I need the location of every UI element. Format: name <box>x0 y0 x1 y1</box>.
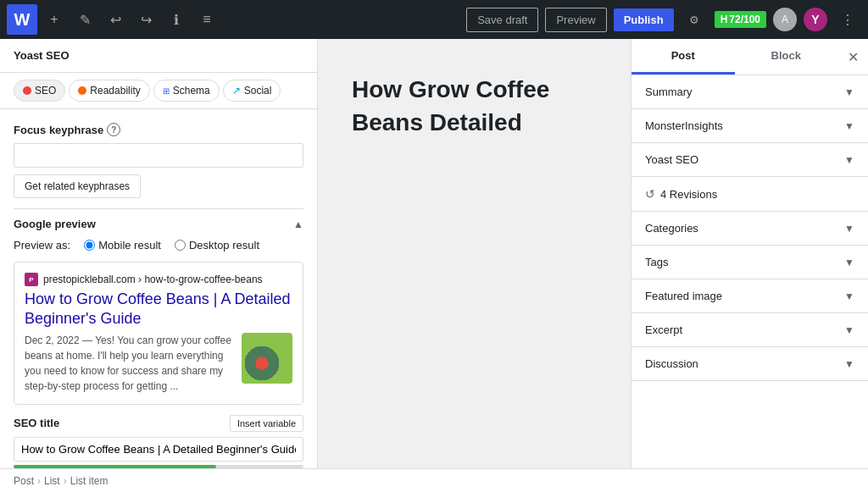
main-layout: Yoast SEO SEO Readability ⊞ Schema ↗ Soc… <box>0 39 868 492</box>
summary-label: Summary <box>645 86 693 98</box>
breadcrumb-sep-1: › <box>37 475 41 487</box>
yoast-seo-chevron-icon: ▼ <box>844 154 854 166</box>
toolbar: W + ✎ ↩ ↪ ℹ ≡ Save draft Preview Publish… <box>0 0 868 39</box>
tab-readability[interactable]: Readability <box>69 80 149 102</box>
google-preview-toggle[interactable]: Google preview ▲ <box>14 208 303 239</box>
sidebar-tabs: Post Block <box>632 39 837 75</box>
list-view-button[interactable]: ≡ <box>193 6 220 33</box>
save-draft-button[interactable]: Save draft <box>466 8 538 32</box>
settings-gear-button[interactable]: ⚙ <box>681 6 708 33</box>
featured-image-toggle[interactable]: Featured image ▼ <box>632 279 868 312</box>
categories-section: Categories ▼ <box>632 212 868 246</box>
mobile-radio[interactable] <box>84 240 95 251</box>
monster-insights-section: MonsterInsights ▼ <box>632 109 868 143</box>
tab-social[interactable]: ↗ Social <box>223 80 281 102</box>
add-block-button[interactable]: + <box>41 6 68 33</box>
seo-title-label: SEO title <box>14 417 59 429</box>
desktop-label: Desktop result <box>189 239 259 252</box>
yoast-tabs: SEO Readability ⊞ Schema ↗ Social <box>0 73 317 109</box>
gp-site-row: P prestopickleball.com › how-to-grow-cof… <box>25 273 292 286</box>
wp-logo[interactable]: W <box>7 4 37 35</box>
tab-schema-label: Schema <box>173 85 210 97</box>
tab-seo[interactable]: SEO <box>14 80 65 102</box>
seo-title-insert-variable-button[interactable]: Insert variable <box>230 415 303 432</box>
yoast-panel: Yoast SEO SEO Readability ⊞ Schema ↗ Soc… <box>0 39 318 492</box>
breadcrumb-sep-2: › <box>64 475 67 487</box>
categories-toggle[interactable]: Categories ▼ <box>632 212 868 245</box>
breadcrumb-post[interactable]: Post <box>14 475 34 487</box>
excerpt-toggle[interactable]: Excerpt ▼ <box>632 313 868 346</box>
keyphrase-input[interactable] <box>14 143 303 168</box>
yoast-icon[interactable]: Y <box>804 8 827 31</box>
preview-as-label: Preview as: <box>14 239 70 252</box>
chevron-up-icon: ▲ <box>293 218 303 230</box>
tags-chevron-icon: ▼ <box>844 257 854 268</box>
details-button[interactable]: ℹ <box>163 6 190 33</box>
discussion-toggle[interactable]: Discussion ▼ <box>632 347 868 380</box>
preview-as-row: Preview as: Mobile result Desktop result <box>14 239 303 252</box>
tags-label: Tags <box>645 256 668 268</box>
monster-insights-toggle[interactable]: MonsterInsights ▼ <box>632 109 868 142</box>
gp-snippet-text: Dec 2, 2022 — Yes! You can grow your cof… <box>25 333 235 394</box>
discussion-label: Discussion <box>645 357 698 370</box>
summary-toggle[interactable]: Summary ▼ <box>632 75 868 108</box>
yoast-content: Focus keyphrase ? Get related keyphrases… <box>0 109 317 492</box>
seo-title-input[interactable] <box>14 437 303 462</box>
tools-button[interactable]: ✎ <box>71 6 98 33</box>
mobile-label: Mobile result <box>98 239 161 252</box>
google-preview-card: P prestopickleball.com › how-to-grow-cof… <box>14 262 303 405</box>
gp-date: Dec 2, 2022 <box>25 334 80 346</box>
featured-image-chevron-icon: ▼ <box>844 290 854 302</box>
redo-button[interactable]: ↪ <box>132 6 159 33</box>
excerpt-section: Excerpt ▼ <box>632 313 868 347</box>
mobile-radio-option[interactable]: Mobile result <box>84 239 161 252</box>
preview-button[interactable]: Preview <box>545 8 606 32</box>
breadcrumb-list[interactable]: List <box>44 475 60 487</box>
more-options-button[interactable]: ⋮ <box>834 6 861 33</box>
excerpt-label: Excerpt <box>645 323 682 336</box>
post-title: How Grow Coffee Beans Detailed <box>352 73 597 139</box>
categories-chevron-icon: ▼ <box>844 223 854 235</box>
publish-button[interactable]: Publish <box>614 8 674 31</box>
featured-image-label: Featured image <box>645 290 722 302</box>
seo-dot-icon <box>23 86 31 95</box>
desktop-radio-option[interactable]: Desktop result <box>175 239 259 252</box>
help-icon[interactable]: ? <box>107 123 120 136</box>
breadcrumb-list-item[interactable]: List item <box>70 475 108 487</box>
gp-favicon: P <box>25 273 38 286</box>
tab-schema[interactable]: ⊞ Schema <box>153 80 220 102</box>
h-score-badge[interactable]: H 72/100 <box>715 11 766 28</box>
excerpt-chevron-icon: ▼ <box>844 324 854 336</box>
yoast-seo-section: Yoast SEO ▼ <box>632 143 868 177</box>
revisions-clock-icon: ↺ <box>645 187 655 201</box>
tab-post[interactable]: Post <box>632 39 735 75</box>
revisions-row[interactable]: ↺ 4 Revisions <box>632 177 868 212</box>
monster-insights-chevron-icon: ▼ <box>844 120 854 132</box>
seo-title-field-header: SEO title Insert variable <box>14 415 303 432</box>
desktop-radio[interactable] <box>175 240 186 251</box>
summary-section: Summary ▼ <box>632 75 868 109</box>
yoast-seo-toggle[interactable]: Yoast SEO ▼ <box>632 143 868 176</box>
summary-chevron-icon: ▼ <box>844 86 854 98</box>
google-preview-title: Google preview <box>14 218 96 230</box>
gp-thumbnail <box>242 333 292 384</box>
social-share-icon: ↗ <box>232 85 241 97</box>
yoast-seo-sidebar-label: Yoast SEO <box>645 153 698 166</box>
tags-toggle[interactable]: Tags ▼ <box>632 246 868 279</box>
gp-site-url: prestopickleball.com › how-to-grow-coffe… <box>43 274 263 285</box>
categories-label: Categories <box>645 222 698 235</box>
score-value: 72/100 <box>729 14 760 25</box>
user-avatar[interactable]: A <box>773 8 797 31</box>
related-keyphrases-button[interactable]: Get related keyphrases <box>14 174 141 198</box>
tab-block[interactable]: Block <box>735 39 838 75</box>
editor-area[interactable]: How Grow Coffee Beans Detailed <box>318 39 631 492</box>
gp-thumbnail-inner <box>242 333 292 384</box>
focus-keyphrase-label: Focus keyphrase <box>14 124 103 136</box>
sidebar-close-button[interactable]: ✕ <box>837 41 868 72</box>
revisions-label: 4 Revisions <box>660 188 717 201</box>
tab-seo-label: SEO <box>35 85 56 97</box>
discussion-section: Discussion ▼ <box>632 347 868 381</box>
monster-insights-label: MonsterInsights <box>645 119 723 132</box>
undo-button[interactable]: ↩ <box>102 6 129 33</box>
readability-dot-icon <box>78 86 86 95</box>
